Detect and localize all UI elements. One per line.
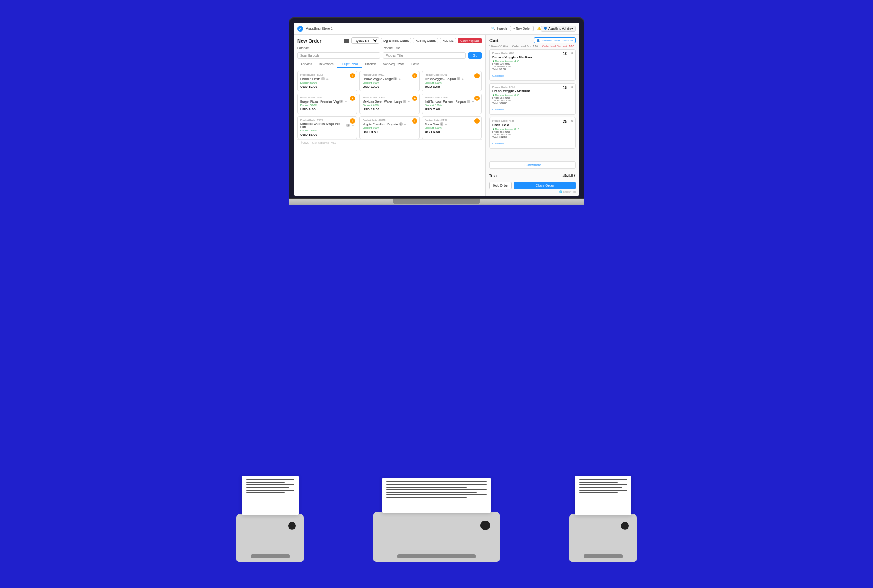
cat-tab-beverages[interactable]: Beverages: [316, 61, 337, 68]
close-register-button[interactable]: Close Register: [458, 38, 482, 43]
search-icon: 🔍: [491, 27, 495, 30]
info-icon: i: [467, 100, 470, 103]
go-button[interactable]: Go: [468, 52, 482, 59]
printer-center-slot: [397, 554, 476, 558]
cat-tab-burger-pizza[interactable]: Burger Pizza: [337, 61, 362, 68]
product-price: USD 16.00: [300, 133, 354, 137]
customer-label: Customer: Walkin Customer: [541, 39, 573, 42]
screen: A Appsthng Store 1 🔍 Search + New Order …: [294, 23, 579, 196]
cat-tab-non-veg-pizzas[interactable]: Non Veg Pizzas: [379, 61, 408, 68]
running-orders-button[interactable]: Running Orders: [413, 38, 438, 43]
add-product-badge[interactable]: +: [412, 96, 417, 101]
printer-center-dot: [480, 521, 490, 530]
show-more-button[interactable]: ↓ Show more: [489, 161, 576, 169]
add-product-badge[interactable]: +: [350, 118, 355, 124]
paper-line: [246, 479, 294, 480]
paper-line: [579, 484, 627, 485]
product-code: Product Code : LP99: [300, 96, 354, 99]
cart-buttons: Hold Order Close Order: [489, 182, 576, 189]
product-code: Product Code : YY45: [363, 96, 416, 99]
product-name: Mexican Green Wave - Large i ✏: [363, 100, 416, 103]
info-icon: i: [339, 100, 343, 103]
product-card-0[interactable]: Product Code : BOL4 Chicken Fiesta i ✏ D…: [297, 71, 357, 91]
product-title-input[interactable]: [383, 52, 466, 59]
product-card-5[interactable]: Product Code : DND1 Indi Tandoori Paneer…: [422, 94, 482, 114]
language-selector[interactable]: 🌐 English - en: [559, 190, 576, 193]
printer-center: [373, 478, 500, 562]
order-header: New Order Quick Bill Digital Menu Orders…: [297, 37, 482, 44]
product-card-4[interactable]: Product Code : YY45 Mexican Green Wave -…: [359, 94, 420, 114]
product-card-7[interactable]: Product Code : CJM5 Veggie Paradise - Re…: [359, 116, 420, 139]
paper-line: [386, 481, 487, 482]
info-icon: i: [321, 77, 325, 80]
cart-item-customize[interactable]: Customize: [492, 74, 504, 77]
paper-line: [246, 492, 285, 493]
cart-item-close[interactable]: ✕: [571, 85, 574, 89]
cart-item-customize[interactable]: Customize: [492, 108, 504, 111]
info-icon: i: [403, 100, 406, 103]
add-product-badge[interactable]: +: [474, 96, 480, 101]
barcode-input[interactable]: [297, 52, 380, 59]
edit-icon: ✏: [403, 122, 407, 126]
printer-left-slot: [251, 554, 290, 558]
add-product-badge[interactable]: +: [350, 96, 355, 101]
add-product-badge[interactable]: +: [474, 73, 480, 78]
add-product-badge[interactable]: +: [350, 73, 355, 78]
top-nav: A Appsthng Store 1 🔍 Search + New Order …: [294, 23, 579, 35]
product-card-1[interactable]: Product Code : MSC Deluxe Veggie - Large…: [359, 71, 420, 91]
cart-item-close[interactable]: ✕: [571, 119, 574, 123]
cart-item-close[interactable]: ✕: [571, 51, 574, 55]
add-product-badge[interactable]: +: [474, 118, 480, 124]
paper-line: [246, 490, 294, 491]
order-panel: New Order Quick Bill Digital Menu Orders…: [294, 35, 486, 196]
paper-line: [246, 487, 289, 488]
digital-menu-button[interactable]: Digital Menu Orders: [381, 38, 411, 43]
user-icon: 👤: [537, 39, 540, 42]
printer-right: [569, 476, 637, 562]
cart-total-value: 353.87: [562, 173, 576, 178]
product-discount: Discount 5.00%: [425, 127, 479, 129]
printer-center-body: [373, 512, 500, 562]
edit-icon: ✏: [326, 77, 329, 80]
cart-meta: 3 Items (50 Qty) Order Level Tax : 0.00 …: [489, 45, 576, 47]
product-title-label: Product Title: [383, 47, 466, 50]
paper-line: [386, 492, 477, 493]
product-price: USD 7.00: [425, 107, 479, 111]
customer-button[interactable]: 👤 Customer: Walkin Customer: [534, 37, 576, 43]
store-selector[interactable]: Appsthng Store 1: [306, 27, 333, 30]
bell-icon[interactable]: 🔔: [537, 27, 541, 30]
product-card-8[interactable]: Product Code : KT43 Coca Cola i ✏ Discou…: [422, 116, 482, 139]
product-discount: Discount 5.00%: [363, 104, 416, 107]
close-order-button[interactable]: Close Order: [514, 182, 576, 189]
search-row: Barcode Product Title Go: [297, 47, 482, 59]
product-price: USD 16.00: [363, 107, 416, 111]
add-product-badge[interactable]: +: [412, 73, 417, 78]
product-price: USD 6.50: [425, 130, 479, 134]
cat-tab-addons[interactable]: Add-ons: [297, 61, 316, 68]
cat-tab-pasta[interactable]: Pasta: [408, 61, 423, 68]
cart-title: Cart: [489, 38, 499, 43]
product-grid: Product Code : BOL4 Chicken Fiesta i ✏ D…: [297, 71, 482, 139]
admin-menu[interactable]: 👤 Appsthng Admin ▾: [541, 26, 576, 32]
product-card-6[interactable]: Product Code : PET8 Boneless Chicken Win…: [297, 116, 357, 139]
admin-icon: 👤: [544, 27, 547, 30]
hold-order-button[interactable]: Hold Order: [489, 182, 512, 189]
product-card-3[interactable]: Product Code : LP99 Burger Pizza - Premi…: [297, 94, 357, 114]
hold-list-button[interactable]: Hold List: [440, 38, 456, 43]
product-name: Deluxe Veggie - Large i ✏: [363, 77, 416, 80]
product-card-2[interactable]: Product Code : KL41 Fresh Veggie - Regul…: [422, 71, 482, 91]
cart-item-customize[interactable]: Customize: [492, 142, 504, 145]
edit-icon: ✏: [351, 124, 354, 127]
product-price: USD 6.50: [425, 85, 479, 89]
printer-left-body: [236, 514, 304, 562]
paper-line: [386, 497, 467, 498]
new-order-button[interactable]: + New Order: [510, 26, 534, 31]
quick-bill-select[interactable]: Quick Bill: [351, 37, 379, 44]
cart-item-0: Product Code : LQW Deluxe Veggie - Mediu…: [489, 49, 576, 81]
search-nav[interactable]: 🔍 Search: [491, 27, 507, 30]
cart-item-code: Product Code : GF19: [492, 86, 573, 88]
product-code: Product Code : KT43: [425, 119, 479, 121]
paper-line: [579, 492, 618, 493]
add-product-badge[interactable]: +: [412, 118, 417, 124]
cat-tab-chicken[interactable]: Chicken: [362, 61, 379, 68]
